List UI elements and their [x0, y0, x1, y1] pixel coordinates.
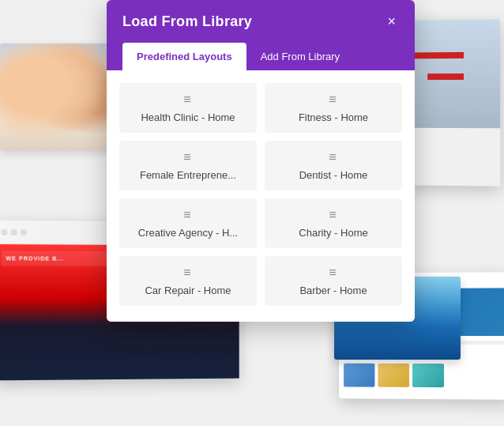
layout-card-icon-charity: ≡: [329, 208, 337, 222]
layout-card-creative-agency[interactable]: ≡Creative Agency - H...: [119, 198, 257, 248]
layout-card-car-repair[interactable]: ≡Car Repair - Home: [119, 256, 257, 306]
layout-card-charity[interactable]: ≡Charity - Home: [265, 198, 402, 248]
layout-card-label-creative-agency: Creative Agency - H...: [138, 227, 238, 239]
family-thumbnail: [0, 43, 117, 150]
layout-card-icon-creative-agency: ≡: [183, 208, 192, 222]
load-from-library-modal: Load From Library × Predefined Layouts A…: [107, 0, 415, 322]
tab-predefined-layouts[interactable]: Predefined Layouts: [122, 43, 246, 70]
layout-card-icon-health-clinic: ≡: [183, 92, 192, 107]
layout-card-health-clinic[interactable]: ≡Health Clinic - Home: [119, 83, 257, 133]
layout-card-fitness[interactable]: ≡Fitness - Home: [265, 83, 402, 133]
modal-title: Load From Library: [122, 13, 252, 30]
layout-card-icon-car-repair: ≡: [183, 266, 192, 280]
layout-card-label-charity: Charity - Home: [299, 227, 367, 239]
modal-close-button[interactable]: ×: [384, 13, 399, 30]
layout-card-label-barber: Barber - Home: [299, 285, 367, 296]
layout-card-icon-dentist: ≡: [329, 150, 337, 164]
layout-card-icon-barber: ≡: [329, 266, 337, 280]
layout-card-label-health-clinic: Health Clinic - Home: [141, 111, 235, 123]
modal-tabs: Predefined Layouts Add From Library: [107, 43, 415, 70]
layout-card-label-female-entrepreneur: Female Entreprene...: [140, 169, 236, 181]
layout-card-icon-fitness: ≡: [329, 92, 337, 107]
modal-header: Load From Library ×: [107, 0, 415, 43]
layout-card-female-entrepreneur[interactable]: ≡Female Entreprene...: [119, 141, 257, 190]
layout-grid: ≡Health Clinic - Home≡Fitness - Home≡Fem…: [119, 83, 402, 306]
architecture-thumbnail: [410, 19, 501, 186]
layout-card-label-fitness: Fitness - Home: [299, 111, 368, 123]
layout-card-icon-female-entrepreneur: ≡: [183, 150, 192, 164]
layout-card-barber[interactable]: ≡Barber - Home: [265, 256, 402, 306]
tab-add-from-library[interactable]: Add From Library: [246, 43, 354, 70]
layout-card-label-car-repair: Car Repair - Home: [145, 285, 231, 296]
layout-card-label-dentist: Dentist - Home: [299, 169, 368, 181]
modal-body: ≡Health Clinic - Home≡Fitness - Home≡Fem…: [107, 70, 415, 322]
layout-card-dentist[interactable]: ≡Dentist - Home: [265, 141, 402, 190]
